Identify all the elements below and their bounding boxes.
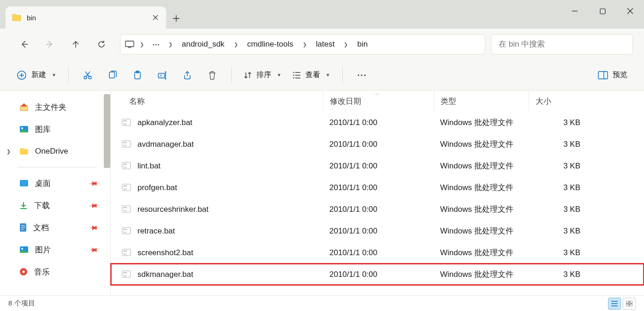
file-size: 3 KB: [529, 161, 587, 171]
maximize-button[interactable]: [589, 0, 616, 22]
column-header-type[interactable]: 类型: [434, 90, 529, 112]
tab-close-button[interactable]: [151, 13, 160, 22]
status-bar: 8 个项目: [0, 295, 644, 311]
file-type: Windows 批处理文件: [434, 204, 529, 215]
folder-icon: [12, 14, 21, 21]
more-button[interactable]: [349, 66, 374, 85]
file-date: 2010/1/1 0:00: [323, 227, 434, 236]
pc-icon[interactable]: [125, 41, 134, 48]
svg-point-42: [125, 250, 126, 251]
rename-button[interactable]: A: [150, 66, 175, 85]
file-row[interactable]: sdkmanager.bat2010/1/1 0:00Windows 批处理文件…: [111, 263, 644, 285]
forward-button[interactable]: [37, 33, 63, 55]
file-row[interactable]: apkanalyzer.bat2010/1/1 0:00Windows 批处理文…: [111, 112, 644, 133]
bat-file-icon: [122, 184, 132, 192]
svg-point-35: [124, 207, 125, 208]
chevron-right-icon[interactable]: ❯: [300, 42, 310, 48]
close-button[interactable]: [616, 0, 644, 22]
chevron-right-icon[interactable]: ❯: [341, 42, 351, 48]
column-header-name[interactable]: 名称: [129, 96, 323, 107]
file-date: 2010/1/1 0:00: [323, 140, 434, 149]
chevron-right-icon: ❯: [6, 149, 11, 155]
share-button[interactable]: [175, 66, 200, 85]
up-button[interactable]: [63, 33, 89, 55]
back-button[interactable]: [11, 33, 37, 55]
breadcrumb-segment[interactable]: cmdline-tools: [244, 40, 297, 49]
svg-point-36: [125, 207, 126, 208]
file-size: 3 KB: [529, 118, 587, 127]
address-bar: ❯ ⋯ ❯ android_sdk ❯ cmdline-tools ❯ late…: [0, 29, 644, 60]
pin-icon: 📌: [89, 178, 99, 188]
bat-file-icon: [122, 162, 132, 170]
file-type: Windows 批处理文件: [434, 269, 529, 280]
sidebar-item-downloads[interactable]: 下载 📌: [0, 194, 110, 216]
sidebar-item-label: 桌面: [35, 178, 51, 189]
svg-point-45: [125, 272, 126, 273]
chevron-right-icon[interactable]: ❯: [137, 42, 147, 48]
chevron-down-icon: ▼: [277, 72, 281, 78]
file-row[interactable]: screenshot2.bat2010/1/1 0:00Windows 批处理文…: [111, 242, 644, 263]
preview-button[interactable]: 预览: [592, 70, 633, 80]
copy-button[interactable]: [100, 66, 125, 85]
file-row[interactable]: avdmanager.bat2010/1/1 0:00Windows 批处理文件…: [111, 133, 644, 155]
search-input[interactable]: [491, 34, 633, 54]
minimize-button[interactable]: [561, 0, 589, 22]
breadcrumb[interactable]: ❯ ⋯ ❯ android_sdk ❯ cmdline-tools ❯ late…: [120, 34, 485, 54]
view-button[interactable]: 查看 ▼: [287, 66, 336, 85]
sidebar-item-music[interactable]: 音乐: [0, 261, 110, 283]
new-button[interactable]: 新建 ▼: [11, 66, 62, 85]
thumbnails-view-button[interactable]: [623, 298, 636, 310]
paste-button[interactable]: [125, 66, 150, 85]
svg-rect-34: [122, 206, 131, 212]
svg-point-30: [125, 163, 126, 164]
sidebar-item-gallery[interactable]: 图库: [0, 118, 110, 140]
file-row[interactable]: lint.bat2010/1/1 0:00Windows 批处理文件3 KB: [111, 155, 644, 177]
svg-rect-40: [122, 249, 131, 256]
breadcrumb-segment[interactable]: latest: [312, 40, 339, 49]
sidebar-item-pictures[interactable]: 图片 📌: [0, 239, 110, 261]
delete-button[interactable]: [200, 66, 225, 85]
svg-rect-0: [600, 9, 605, 14]
view-label: 查看: [305, 70, 320, 80]
sidebar-item-label: OneDrive: [35, 147, 68, 156]
window-controls: [561, 0, 644, 22]
breadcrumb-segment[interactable]: bin: [353, 40, 371, 49]
sort-button[interactable]: 排序 ▼: [238, 66, 287, 85]
pin-icon: 📌: [89, 222, 99, 233]
svg-rect-13: [598, 72, 608, 79]
sort-icon: [244, 71, 252, 79]
chevron-right-icon[interactable]: ❯: [166, 42, 175, 48]
view-icon: [292, 72, 301, 79]
file-row[interactable]: resourceshrinker.bat2010/1/1 0:00Windows…: [111, 198, 644, 220]
sidebar-item-onedrive[interactable]: ❯ OneDrive: [0, 140, 110, 162]
sidebar-item-desktop[interactable]: 桌面 📌: [0, 172, 110, 194]
file-row[interactable]: profgen.bat2010/1/1 0:00Windows 批处理文件3 K…: [111, 177, 644, 198]
chevron-right-icon[interactable]: ❯: [231, 42, 241, 48]
refresh-button[interactable]: [89, 33, 114, 55]
svg-point-15: [21, 127, 23, 129]
desktop-icon: [19, 179, 29, 187]
new-tab-button[interactable]: [166, 8, 186, 29]
file-size: 3 KB: [529, 183, 587, 192]
cut-button[interactable]: [75, 66, 100, 85]
svg-point-27: [125, 142, 126, 143]
sidebar-item-documents[interactable]: 文档 📌: [0, 216, 110, 239]
svg-rect-47: [630, 301, 632, 303]
svg-rect-48: [626, 304, 629, 306]
separator: [342, 67, 343, 83]
file-name: resourceshrinker.bat: [137, 205, 209, 214]
svg-point-21: [23, 271, 25, 273]
svg-rect-28: [122, 162, 131, 169]
file-row[interactable]: retrace.bat2010/1/1 0:00Windows 批处理文件3 K…: [111, 220, 644, 242]
window-tab[interactable]: bin: [6, 6, 166, 29]
file-type: Windows 批处理文件: [434, 226, 529, 236]
details-view-button[interactable]: [608, 298, 621, 310]
separator: [68, 67, 69, 83]
breadcrumb-segment[interactable]: android_sdk: [178, 40, 228, 49]
svg-text:A: A: [160, 73, 162, 78]
path-overflow[interactable]: ⋯: [149, 40, 163, 49]
chevron-up-icon[interactable]: ︿: [375, 90, 380, 97]
sidebar-item-home[interactable]: 主文件夹: [0, 96, 110, 118]
column-header-size[interactable]: 大小: [529, 90, 593, 112]
file-type: Windows 批处理文件: [434, 139, 529, 150]
